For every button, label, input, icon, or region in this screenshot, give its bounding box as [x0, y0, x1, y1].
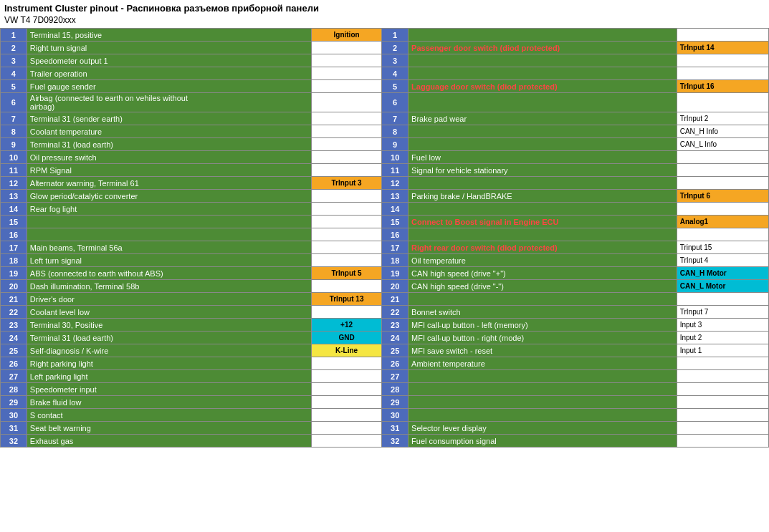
right-pin-number: 3 — [382, 54, 409, 67]
right-pin-number: 2 — [382, 42, 409, 54]
right-pin-number: 23 — [382, 319, 409, 332]
left-pin-label — [311, 151, 381, 164]
left-pin-desc: Seat belt warning — [27, 422, 311, 435]
left-pin-desc: Terminal 31 (sender earth) — [27, 112, 311, 125]
right-pin-desc: Signal for vehicle stationary — [409, 164, 677, 177]
right-pin-desc: MFI save switch - reset — [409, 344, 677, 357]
right-pin-number: 29 — [382, 396, 409, 409]
right-pin-label — [677, 422, 768, 435]
right-pin-desc — [409, 409, 677, 422]
left-pin-number: 12 — [1, 177, 27, 190]
right-pin-desc: Right rear door switch (diod protected) — [409, 241, 677, 254]
right-pin-desc — [409, 67, 677, 80]
right-pin-desc — [409, 293, 677, 306]
right-pin-desc: Fuel low — [409, 151, 677, 164]
right-pin-label — [677, 396, 768, 409]
left-pin-desc: Fuel gauge sender — [27, 80, 311, 93]
right-pin-number: 10 — [382, 151, 409, 164]
right-pin-desc: Lagguage door switch (diod protected) — [409, 80, 677, 93]
left-pin-label — [311, 228, 381, 241]
right-pin-label: TrInput 7 — [677, 306, 768, 319]
right-pin-label: Input 1 — [677, 344, 768, 357]
page-title: Instrument Cluster pinout - Распиновка р… — [0, 0, 769, 15]
right-pin-label: CAN_H Motor — [677, 267, 768, 280]
right-pin-number: 28 — [382, 383, 409, 396]
right-pin-number: 11 — [382, 164, 409, 177]
right-pin-label: TrInput 14 — [677, 42, 768, 54]
right-pin-desc — [409, 54, 677, 67]
left-pin-label — [311, 164, 381, 177]
right-pin-desc: Oil temperature — [409, 254, 677, 267]
left-pin-desc: Speedometer input — [27, 383, 311, 396]
left-pin-desc: Glow period/catalytic converter — [27, 190, 311, 203]
left-pin-desc: Trailer operation — [27, 67, 311, 80]
right-pin-number: 4 — [382, 67, 409, 80]
left-pin-desc: RPM Signal — [27, 164, 311, 177]
right-pin-desc: Ambient temperature — [409, 357, 677, 370]
right-pin-desc: MFI call-up button - left (memory) — [409, 319, 677, 332]
right-pin-label — [677, 383, 768, 396]
right-pin-number: 24 — [382, 332, 409, 344]
left-pin-number: 31 — [1, 422, 27, 435]
right-pin-number: 21 — [382, 293, 409, 306]
left-pin-label — [311, 125, 381, 138]
left-pin-number: 3 — [1, 54, 27, 67]
right-pin-desc: MFI call-up button - right (mode) — [409, 332, 677, 344]
right-pin-desc — [409, 228, 677, 241]
left-pin-number: 11 — [1, 164, 27, 177]
right-pin-label: Analog1 — [677, 216, 768, 228]
left-pin-label — [311, 370, 381, 383]
right-pin-desc — [409, 29, 677, 42]
left-pin-number: 9 — [1, 138, 27, 151]
left-pin-label — [311, 216, 381, 228]
left-pin-desc: Left turn signal — [27, 254, 311, 267]
right-pin-number: 8 — [382, 125, 409, 138]
right-pin-number: 17 — [382, 241, 409, 254]
left-pin-desc: Left parking light — [27, 370, 311, 383]
left-pin-desc: Exhaust gas — [27, 435, 311, 448]
right-pin-label: Input 2 — [677, 332, 768, 344]
left-pin-label: TrInput 5 — [311, 267, 381, 280]
left-pin-number: 26 — [1, 357, 27, 370]
right-pin-label: CAN_L Motor — [677, 280, 768, 293]
right-pin-number: 32 — [382, 435, 409, 448]
left-pin-desc: Driver's door — [27, 293, 311, 306]
left-pin-number: 5 — [1, 80, 27, 93]
left-pin-desc: Terminal 31 (load earth) — [27, 332, 311, 344]
left-pin-desc: Dash illumination, Terminal 58b — [27, 280, 311, 293]
left-pin-label — [311, 422, 381, 435]
right-pin-number: 22 — [382, 306, 409, 319]
left-pin-label: +12 — [311, 319, 381, 332]
right-pin-desc — [409, 203, 677, 216]
left-pin-desc — [27, 216, 311, 228]
left-pin-label — [311, 280, 381, 293]
right-pin-number: 27 — [382, 370, 409, 383]
left-pin-label — [311, 203, 381, 216]
left-pin-number: 2 — [1, 42, 27, 54]
left-pin-label: GND — [311, 332, 381, 344]
left-pin-desc: Terminal 30, Positive — [27, 319, 311, 332]
right-pin-desc — [409, 396, 677, 409]
right-pin-number: 7 — [382, 112, 409, 125]
right-pin-number: 12 — [382, 177, 409, 190]
right-pin-desc: Fuel consumption signal — [409, 435, 677, 448]
right-pin-label — [677, 164, 768, 177]
left-pin-number: 24 — [1, 332, 27, 344]
right-pin-number: 13 — [382, 190, 409, 203]
left-pin-label: Ignition — [311, 29, 381, 42]
right-pin-label: TrInput 16 — [677, 80, 768, 93]
right-pin-number: 5 — [382, 80, 409, 93]
left-pin-label — [311, 306, 381, 319]
right-pin-desc — [409, 138, 677, 151]
left-pin-desc: Right turn signal — [27, 42, 311, 54]
left-pin-number: 17 — [1, 241, 27, 254]
right-pin-desc: Brake pad wear — [409, 112, 677, 125]
left-pin-label — [311, 54, 381, 67]
left-pin-number: 10 — [1, 151, 27, 164]
left-pin-number: 25 — [1, 344, 27, 357]
left-pin-number: 14 — [1, 203, 27, 216]
left-pin-label — [311, 112, 381, 125]
left-pin-label: K-Line — [311, 344, 381, 357]
left-pin-desc: Main beams, Terminal 56a — [27, 241, 311, 254]
right-pin-desc — [409, 177, 677, 190]
